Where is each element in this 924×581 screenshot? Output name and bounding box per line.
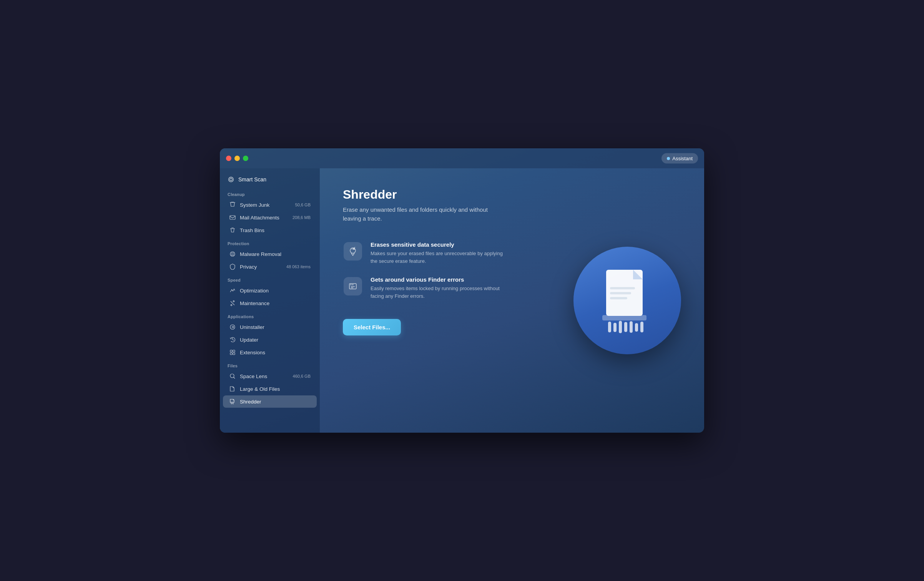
section-label-protection: Protection — [220, 237, 320, 247]
optimization-label: Optimization — [240, 288, 269, 294]
sidebar-item-large-old-files[interactable]: Large & Old Files — [223, 383, 317, 395]
mail-attachments-label: Mail Attachments — [240, 215, 279, 221]
sidebar-item-mail-attachments[interactable]: Mail Attachments 208,6 MB — [223, 211, 317, 224]
section-label-cleanup: Cleanup — [220, 188, 320, 198]
system-junk-icon — [229, 201, 236, 208]
section-label-applications: Applications — [220, 310, 320, 320]
uninstaller-label: Uninstaller — [240, 324, 264, 330]
titlebar: Assistant — [220, 148, 704, 168]
maintenance-label: Maintenance — [240, 300, 269, 306]
assistant-dot-icon — [667, 157, 670, 160]
space-lens-badge: 460,6 GB — [293, 374, 311, 378]
finder-errors-title: Gets around various Finder errors — [371, 276, 509, 283]
svg-rect-20 — [602, 315, 646, 320]
mail-attachments-badge: 208,6 MB — [292, 215, 311, 220]
malware-removal-label: Malware Removal — [240, 251, 281, 257]
secure-erase-desc: Makes sure your erased files are unrecov… — [371, 250, 509, 265]
maximize-button[interactable] — [243, 156, 248, 161]
secure-erase-title: Erases sensitive data securely — [371, 241, 509, 248]
svg-rect-5 — [230, 350, 232, 352]
shredder-illustration — [573, 247, 681, 354]
svg-rect-17 — [610, 287, 635, 289]
finder-errors-desc: Easily removes items locked by running p… — [371, 285, 509, 300]
close-button[interactable] — [226, 156, 231, 161]
svg-point-3 — [233, 290, 233, 291]
svg-rect-6 — [233, 350, 235, 352]
svg-rect-8 — [233, 353, 235, 355]
extensions-icon — [229, 349, 236, 356]
svg-rect-0 — [230, 216, 235, 219]
sidebar: Smart Scan Cleanup System Junk 50,6 GB — [220, 168, 320, 433]
assistant-label: Assistant — [672, 156, 693, 161]
illustration-circle — [573, 247, 681, 354]
smart-scan-label: Smart Scan — [238, 176, 266, 183]
sidebar-item-trash-bins[interactable]: Trash Bins — [223, 224, 317, 236]
privacy-badge: 48 063 items — [286, 264, 311, 269]
svg-rect-22 — [613, 323, 617, 332]
extensions-label: Extensions — [240, 350, 265, 355]
finder-errors-icon — [344, 277, 362, 295]
trash-icon — [229, 227, 236, 234]
sidebar-item-maintenance[interactable]: Maintenance — [223, 297, 317, 309]
sidebar-item-extensions[interactable]: Extensions — [223, 346, 317, 359]
malware-icon — [229, 251, 236, 257]
large-old-files-label: Large & Old Files — [240, 386, 280, 392]
mail-icon — [229, 214, 236, 221]
sidebar-item-malware-removal[interactable]: Malware Removal — [223, 248, 317, 260]
assistant-button[interactable]: Assistant — [661, 153, 698, 164]
shredder-description: Erase any unwanted files and folders qui… — [343, 206, 504, 223]
sidebar-item-smart-scan[interactable]: Smart Scan — [223, 173, 317, 186]
privacy-label: Privacy — [240, 264, 257, 270]
sidebar-item-space-lens[interactable]: Space Lens 460,6 GB — [223, 370, 317, 382]
finder-errors-icon-wrap — [343, 276, 363, 296]
svg-rect-23 — [619, 321, 622, 333]
trash-bins-label: Trash Bins — [240, 227, 264, 233]
section-label-files: Files — [220, 359, 320, 370]
svg-rect-26 — [635, 323, 638, 332]
svg-rect-24 — [624, 322, 627, 332]
uninstaller-icon — [229, 324, 236, 330]
select-files-button[interactable]: Select Files... — [343, 319, 401, 335]
finder-errors-text: Gets around various Finder errors Easily… — [371, 276, 509, 300]
section-label-speed: Speed — [220, 273, 320, 284]
svg-point-14 — [351, 284, 352, 286]
updater-icon — [229, 336, 236, 343]
sidebar-item-optimization[interactable]: Optimization — [223, 284, 317, 297]
app-window: Assistant Smart Scan Cleanup — [220, 148, 704, 433]
content-area: Smart Scan Cleanup System Junk 50,6 GB — [220, 168, 704, 433]
minimize-button[interactable] — [234, 156, 240, 161]
sidebar-item-updater[interactable]: Updater — [223, 334, 317, 346]
shredder-label: Shredder — [240, 399, 261, 405]
svg-point-15 — [352, 284, 354, 286]
svg-rect-18 — [610, 292, 631, 294]
smart-scan-icon — [228, 176, 234, 183]
secure-erase-icon-wrap — [343, 241, 363, 261]
svg-rect-27 — [640, 322, 643, 332]
sidebar-item-privacy[interactable]: Privacy 48 063 items — [223, 261, 317, 273]
updater-label: Updater — [240, 337, 258, 343]
system-junk-label: System Junk — [240, 202, 269, 208]
svg-point-2 — [231, 289, 232, 290]
svg-rect-19 — [610, 297, 627, 299]
optimization-icon — [229, 287, 236, 294]
maintenance-icon — [229, 300, 236, 307]
large-files-icon — [229, 385, 236, 392]
shredder-header: Shredder Erase any unwanted files and fo… — [343, 188, 681, 223]
page-title: Shredder — [343, 188, 681, 202]
svg-point-11 — [353, 248, 355, 250]
sidebar-item-uninstaller[interactable]: Uninstaller — [223, 321, 317, 333]
privacy-icon — [229, 263, 236, 270]
svg-rect-25 — [630, 321, 633, 333]
secure-erase-icon — [344, 242, 362, 261]
main-content: Shredder Erase any unwanted files and fo… — [320, 168, 704, 433]
traffic-lights — [226, 156, 248, 161]
space-lens-label: Space Lens — [240, 374, 267, 379]
system-junk-badge: 50,6 GB — [295, 203, 311, 207]
secure-erase-text: Erases sensitive data securely Makes sur… — [371, 241, 509, 265]
svg-rect-21 — [608, 322, 611, 332]
space-lens-icon — [229, 373, 236, 380]
sidebar-item-system-junk[interactable]: System Junk 50,6 GB — [223, 199, 317, 211]
sidebar-item-shredder[interactable]: Shredder — [223, 395, 317, 408]
svg-point-9 — [230, 374, 234, 378]
svg-rect-7 — [230, 353, 232, 355]
